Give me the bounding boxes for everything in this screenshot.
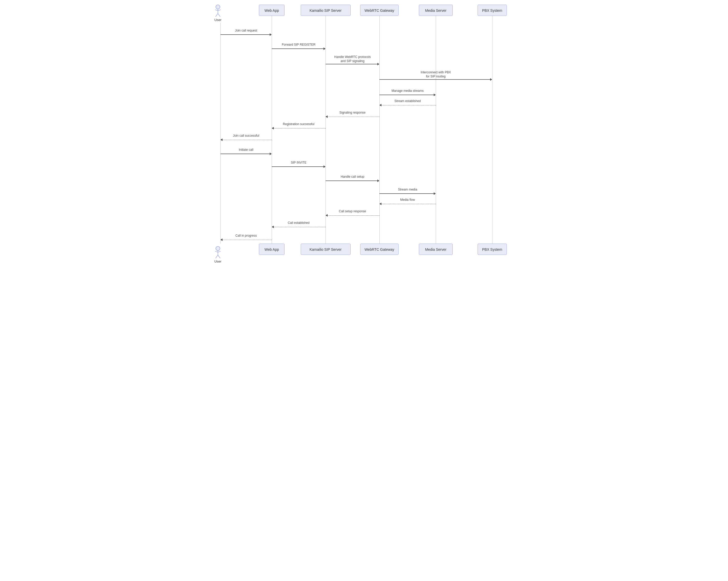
arrow-11: Handle call setup <box>326 179 380 182</box>
arrowhead <box>270 153 272 155</box>
participant-box-mediaserver: Media Server <box>419 5 453 16</box>
arrowhead <box>377 179 380 182</box>
arrow-1: Forward SIP REGISTER <box>272 47 326 50</box>
svg-point-0 <box>216 5 220 9</box>
participant-box-webapp: Web App <box>259 244 285 255</box>
participant-box-pbxsystem: PBX System <box>477 244 507 255</box>
arrow-label-7: Registration successful <box>283 122 314 126</box>
arrow-4: Manage media streams <box>380 94 436 96</box>
sequence-diagram: UserWeb AppKamailio SIP ServerWebRTC Gat… <box>200 0 528 267</box>
arrow-label-14: Call setup response <box>339 209 366 213</box>
arrowhead <box>323 166 326 168</box>
arrow-5: Stream established <box>380 104 436 106</box>
user-actor: User <box>213 5 223 22</box>
arrow-line <box>380 95 434 95</box>
arrow-15: Call established <box>272 226 326 228</box>
arrow-label-4: Manage media streams <box>391 89 423 93</box>
lifeline-kamailio <box>326 16 326 244</box>
arrowhead <box>434 94 436 96</box>
arrow-3: Interconnect with PBX for SIP routing <box>380 78 492 81</box>
arrow-label-16: Call in progress <box>235 234 257 237</box>
arrow-label-1: Forward SIP REGISTER <box>282 43 315 46</box>
arrow-8: Join call successful <box>220 138 272 141</box>
svg-line-3 <box>218 10 221 11</box>
arrow-line <box>220 34 270 35</box>
user-actor: User <box>213 246 223 263</box>
arrow-7: Registration successful <box>272 127 326 129</box>
arrow-line <box>274 227 326 227</box>
participant-box-pbxsystem: PBX System <box>477 5 507 16</box>
svg-line-2 <box>215 10 218 11</box>
arrow-0: Join call request <box>220 33 272 36</box>
arrowhead <box>270 33 272 36</box>
arrow-label-8: Join call successful <box>233 134 259 137</box>
arrow-10: SIP INVITE <box>272 166 326 168</box>
arrow-label-6: Signaling response <box>339 111 366 115</box>
arrow-6: Signaling response <box>326 116 380 118</box>
arrowhead <box>490 78 492 81</box>
participant-box-mediaserver: Media Server <box>419 244 453 255</box>
arrow-label-10: SIP INVITE <box>291 161 306 165</box>
arrowhead <box>380 104 382 106</box>
participant-box-kamailiosipserver: Kamailio SIP Server <box>301 5 351 16</box>
arrowhead <box>220 238 223 241</box>
actor-label: User <box>214 18 221 22</box>
svg-line-5 <box>218 14 220 17</box>
svg-line-4 <box>215 14 218 17</box>
participant-box-kamailiosipserver: Kamailio SIP Server <box>301 244 351 255</box>
arrowhead <box>377 63 380 66</box>
arrowhead <box>272 127 274 129</box>
arrow-label-12: Stream media <box>398 188 417 191</box>
arrow-14: Call setup response <box>326 214 380 217</box>
arrow-label-11: Handle call setup <box>341 175 364 178</box>
arrow-label-5: Stream established <box>394 99 421 103</box>
svg-line-8 <box>215 251 218 252</box>
arrow-line <box>326 180 377 181</box>
arrow-label-9: Initiate call <box>239 148 254 152</box>
arrow-line <box>272 48 323 49</box>
participant-box-webrtcgateway: WebRTC Gateway <box>360 5 398 16</box>
arrow-line <box>328 117 380 117</box>
arrow-13: Media flow <box>380 203 436 205</box>
arrow-line <box>380 193 434 194</box>
arrow-label-15: Call established <box>288 221 310 225</box>
lifeline-user <box>220 23 221 244</box>
arrow-line <box>382 204 436 204</box>
arrowhead <box>272 226 274 228</box>
arrowhead <box>326 214 328 217</box>
arrow-line <box>220 154 270 154</box>
arrow-line <box>382 105 436 105</box>
arrow-label-2: Handle WebRTC protocols and SIP signalin… <box>334 55 371 63</box>
arrow-line <box>380 79 490 80</box>
actor-label: User <box>214 259 221 263</box>
participant-box-webrtcgateway: WebRTC Gateway <box>360 244 398 255</box>
svg-line-10 <box>215 255 218 258</box>
arrow-2: Handle WebRTC protocols and SIP signalin… <box>326 63 380 66</box>
arrow-label-0: Join call request <box>235 29 257 32</box>
arrow-label-3: Interconnect with PBX for SIP routing <box>421 71 451 78</box>
arrowhead <box>323 47 326 50</box>
arrowhead <box>434 192 436 195</box>
arrow-line <box>326 64 377 65</box>
arrow-line <box>272 167 323 167</box>
arrow-9: Initiate call <box>220 153 272 155</box>
arrow-12: Stream media <box>380 192 436 195</box>
participant-box-webapp: Web App <box>259 5 285 16</box>
arrowhead <box>380 203 382 205</box>
arrow-16: Call in progress <box>220 238 272 241</box>
arrow-label-13: Media flow <box>400 198 415 202</box>
svg-point-6 <box>216 246 220 251</box>
arrowhead <box>326 116 328 118</box>
svg-line-11 <box>218 255 220 258</box>
svg-line-9 <box>218 251 221 252</box>
arrowhead <box>220 138 223 141</box>
